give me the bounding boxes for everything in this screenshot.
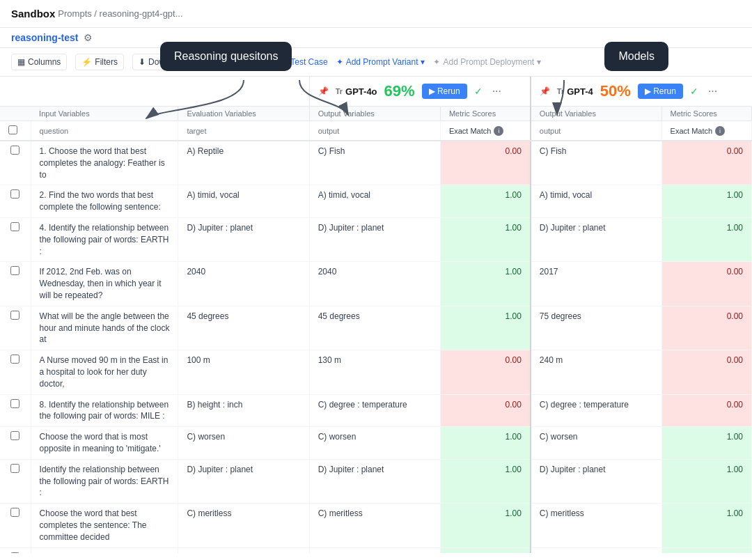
row-checkbox[interactable] <box>10 311 19 320</box>
gpt4o-more-button[interactable]: ··· <box>489 84 504 99</box>
target-cell: C) worsen <box>178 427 309 460</box>
row-checkbox[interactable] <box>10 464 19 473</box>
target-cell: A) timid, vocal <box>178 185 309 218</box>
gpt4o-output-header: output <box>309 121 440 141</box>
columns-button[interactable]: ▦ Columns <box>11 54 67 70</box>
gpt4o-score-cell: 1.00 <box>440 547 530 553</box>
header: Sandbox Prompts / reasoning-gpt4-gpt... <box>0 0 752 28</box>
gpt4o-metric-info-icon[interactable]: i <box>494 126 503 136</box>
gpt4o-output-cell: 45 degrees <box>309 306 440 350</box>
gpt4-output-cell: C) degree : temperature <box>531 394 661 427</box>
gpt4o-output-cell: C) Fish <box>309 141 440 185</box>
gpt4-output-cell: 2017 <box>531 262 661 306</box>
table-row: 1. Choose the word that best completes t… <box>0 141 752 185</box>
gpt4o-output-cell: 130 m <box>309 350 440 394</box>
select-all-checkbox[interactable] <box>8 125 17 134</box>
question-cell: Choose the word that best completes the … <box>31 504 178 547</box>
filters-button[interactable]: ⚡ Filters <box>75 54 124 70</box>
gpt4-score-cell: 0.00 <box>661 394 751 427</box>
gpt4o-score-cell: 1.00 <box>440 262 530 306</box>
data-table-container[interactable]: 📌 Tr GPT-4o 69% ▶ Rerun ✓ ··· 📌 <box>0 77 752 553</box>
gpt4-score-cell: 0.00 <box>661 306 751 350</box>
column-header-row: question target output Exact Match i out… <box>0 121 752 141</box>
row-checkbox-cell <box>0 427 31 460</box>
gpt4o-score-cell: 0.00 <box>440 350 530 394</box>
table-row: Identify the relationship between the fo… <box>0 459 752 503</box>
row-checkbox[interactable] <box>10 189 19 199</box>
gpt4o-output-cell: C) meritless <box>309 504 440 547</box>
row-checkbox-cell <box>0 459 31 503</box>
gpt4-score-cell: 1.00 <box>661 427 751 460</box>
gpt4o-score-cell: 1.00 <box>440 306 530 350</box>
add-prompt-variant-button[interactable]: ✦ Add Prompt Variant ▾ <box>336 57 425 67</box>
target-cell: A) Reptile <box>178 141 309 185</box>
gpt4-more-button[interactable]: ··· <box>705 84 720 99</box>
gpt4o-rerun-button[interactable]: ▶ Rerun <box>422 84 467 99</box>
gpt4-score-cell: 1.00 <box>661 217 751 261</box>
table-row: A Nurse moved 90 m in the East in a hosp… <box>0 350 752 394</box>
gpt4-score-cell: 1.00 <box>661 504 751 547</box>
gpt4o-score-cell: 0.00 <box>440 394 530 427</box>
gpt4o-output-cell: A) timid, vocal <box>309 185 440 218</box>
gpt4o-check-icon: ✓ <box>474 86 483 97</box>
row-checkbox-cell <box>0 185 31 218</box>
row-checkbox[interactable] <box>10 222 19 231</box>
gpt4-score-cell: 1.00 <box>661 185 751 218</box>
table-row: 2. Find the two words that best complete… <box>0 185 752 218</box>
gpt4o-output-cell: D) Jupiter : planet <box>309 459 440 503</box>
question-cell: Identify the relationship between the fo… <box>31 459 178 503</box>
target-cell: 45 degrees <box>178 306 309 350</box>
target-cell: B) height : inch <box>178 394 309 427</box>
gpt4o-metric-group-header: Metric Scores <box>440 107 530 121</box>
row-checkbox[interactable] <box>10 146 19 155</box>
question-cell: A Nurse moved 90 m in the East in a hosp… <box>31 350 178 394</box>
gpt4-rerun-button[interactable]: ▶ Rerun <box>638 84 683 99</box>
gear-icon[interactable]: ⚙ <box>84 32 93 43</box>
gpt4-score-cell: 0.00 <box>661 262 751 306</box>
question-header: question <box>31 121 178 141</box>
gpt4-output-cell: 75 degrees <box>531 306 661 350</box>
chevron-down-icon: ▾ <box>421 57 425 67</box>
gpt4-output-cell: C) worsen <box>531 427 661 460</box>
row-checkbox-cell <box>0 262 31 306</box>
row-checkbox[interactable] <box>10 399 19 408</box>
add-deployment-button[interactable]: ✦ Add Prompt Deployment ▾ <box>433 57 541 67</box>
gpt4o-output-group-header: Output Variables <box>309 107 440 121</box>
gpt4o-model-name: Tr GPT-4o <box>336 86 377 97</box>
table-row: 8. Identify the relationship between the… <box>0 394 752 427</box>
row-checkbox-cell <box>0 141 31 185</box>
models-annotation: Models <box>604 42 668 71</box>
columns-icon: ▦ <box>17 57 25 67</box>
gpt4o-score-cell: 1.00 <box>440 504 530 547</box>
eval-group-header: Evaluation Variables <box>178 107 309 121</box>
question-cell: 8. Identify the relationship between the… <box>31 394 178 427</box>
gpt4-score-cell: 1.00 <box>661 459 751 503</box>
gpt4-metric-info-icon[interactable]: i <box>715 126 725 136</box>
add-prompt-icon: ✦ <box>336 57 343 67</box>
question-cell: 4. Identify the relationship between the… <box>31 217 178 261</box>
question-cell: Choose the word that is most opposite in… <box>31 427 178 460</box>
table-body: 1. Choose the word that best completes t… <box>0 141 752 553</box>
models-annotation-text: Models <box>618 50 655 62</box>
model-header-row: 📌 Tr GPT-4o 69% ▶ Rerun ✓ ··· 📌 <box>0 77 752 107</box>
gpt4o-score-cell: 1.00 <box>440 217 530 261</box>
question-cell: Find the two words that best complete th… <box>31 547 178 553</box>
table-row: Choose the word that is most opposite in… <box>0 427 752 460</box>
row-checkbox[interactable] <box>10 508 19 517</box>
gpt4-score-badge: 50% <box>600 82 631 100</box>
row-checkbox-cell <box>0 547 31 553</box>
row-checkbox[interactable] <box>10 355 19 364</box>
add-deployment-icon: ✦ <box>433 57 440 67</box>
gpt4o-output-cell: A) mixed, enjoy <box>309 547 440 553</box>
gpt4-output-cell: C) Fish <box>531 141 661 185</box>
filter-icon: ⚡ <box>81 57 92 67</box>
question-cell: If 2012, 2nd Feb. was on Wednesday, then… <box>31 262 178 306</box>
gpt4o-score-cell: 1.00 <box>440 459 530 503</box>
gpt4-output-cell: 240 m <box>531 350 661 394</box>
gpt4-model-name: Tr GPT-4 <box>557 86 593 97</box>
row-checkbox[interactable] <box>10 431 19 440</box>
target-header: target <box>178 121 309 141</box>
row-checkbox[interactable] <box>10 552 19 553</box>
row-checkbox[interactable] <box>10 266 19 275</box>
gpt4-output-cell: A) timid, vocal <box>531 185 661 218</box>
